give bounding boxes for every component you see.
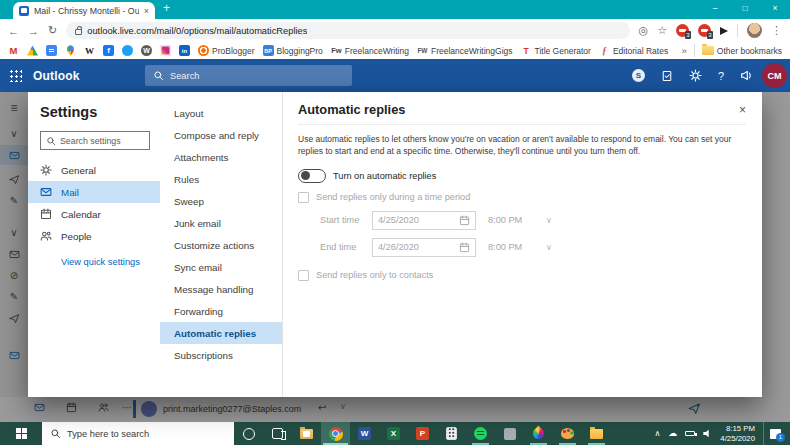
forward-icon[interactable]: → [28,25,39,37]
powerpoint-taskbar-button[interactable]: P [408,422,437,445]
send-to-device-icon[interactable]: ◎ [639,24,649,37]
bookmark-wordpress[interactable]: W [141,45,152,56]
start-time-value[interactable]: 8:00 PM [488,215,534,225]
section-message-handling[interactable]: Message handling [160,278,282,300]
contacts-only-checkbox[interactable] [298,270,309,281]
view-quick-settings-link[interactable]: View quick settings [40,257,150,267]
dialog-close-icon[interactable]: × [739,104,746,116]
calendar-picker-icon[interactable] [459,215,470,226]
extension-icon-2[interactable]: 3 [698,24,711,37]
window-close-button[interactable]: × [760,0,790,15]
outlook-logo[interactable]: Outlook [33,69,80,83]
section-customize-actions[interactable]: Customize actions [160,234,282,256]
paint-taskbar-button[interactable] [553,422,582,445]
browser-tab[interactable]: Mail - Chrissy Montelli - Outlook × [13,2,155,19]
bookmark-star-icon[interactable]: ☆ [657,24,667,37]
bookmark-twitter[interactable] [122,45,133,56]
word-taskbar-button[interactable]: W [350,422,379,445]
settings-search-input[interactable] [60,136,144,146]
paint3d-taskbar-button[interactable] [524,422,553,445]
category-calendar[interactable]: Calendar [28,203,160,225]
bookmark-bloggingpro[interactable]: BPBloggingPro [263,45,323,56]
section-junk-email[interactable]: Junk email [160,212,282,234]
cortana-button[interactable] [234,422,263,445]
category-mail[interactable]: Mail [28,181,160,203]
time-period-checkbox[interactable] [298,192,309,203]
calendar-picker-icon[interactable] [459,242,470,253]
browser-menu-icon[interactable]: ⋮ [771,24,782,37]
skype-icon[interactable]: S [632,69,645,82]
photos-taskbar-button[interactable] [495,422,524,445]
back-icon[interactable]: ← [8,25,19,37]
outlook-search-bar[interactable] [145,65,352,86]
settings-search-box[interactable] [40,131,150,150]
section-sync-email[interactable]: Sync email [160,256,282,278]
new-tab-button[interactable]: + [163,1,170,15]
action-center-button[interactable]: 1 [763,422,787,445]
secure-lock-icon[interactable] [75,29,82,35]
bookmark-freelancewriting[interactable]: FwFreelanceWriting [331,45,409,56]
documents-folder-button[interactable] [292,422,321,445]
refresh-icon[interactable]: ↻ [48,24,57,37]
chrome-taskbar-button[interactable] [321,422,350,445]
onedrive-cloud-icon[interactable]: ☁ [668,429,677,438]
help-icon[interactable]: ? [718,70,724,82]
tab-close-icon[interactable]: × [144,6,149,16]
taskbar-search-input[interactable] [67,429,226,439]
bookmark-gmail[interactable]: M [8,45,19,56]
section-forwarding[interactable]: Forwarding [160,300,282,322]
battery-icon[interactable] [685,431,695,436]
bookmark-facebook[interactable]: f [103,45,114,56]
excel-taskbar-button[interactable]: X [379,422,408,445]
bookmark-editorial-rates[interactable]: ƒEditorial Rates [599,45,668,56]
account-avatar[interactable]: CM [762,63,787,88]
bookmark-docs[interactable] [46,45,57,56]
chevron-down-icon[interactable]: ∨ [546,243,552,252]
bookmarks-overflow-icon[interactable]: » [682,45,687,56]
end-time-value[interactable]: 8:00 PM [488,242,534,252]
settings-gear-icon[interactable] [689,69,702,82]
spotify-taskbar-button[interactable] [466,422,495,445]
end-date-input[interactable] [378,242,459,252]
category-general[interactable]: General [28,159,160,181]
tray-chevron-up-icon[interactable]: ∧ [654,430,660,438]
taskbar-clock[interactable]: 8:15 PM 4/25/2020 [720,424,755,443]
whats-new-icon[interactable] [661,70,673,82]
bookmark-problogger[interactable]: ProBlogger [198,45,255,56]
bookmark-drive[interactable] [27,45,38,56]
bookmark-instagram[interactable] [160,45,171,56]
other-bookmarks-button[interactable]: Other bookmarks [702,46,782,56]
category-people[interactable]: People [28,225,160,247]
window-minimize-button[interactable]: – [700,0,730,15]
bookmark-freelancewritinggigs[interactable]: FWFreelanceWritingGigs [417,45,513,56]
section-sweep[interactable]: Sweep [160,190,282,212]
section-subscriptions[interactable]: Subscriptions [160,344,282,366]
calculator-taskbar-button[interactable] [437,422,466,445]
bookmark-title-generator[interactable]: TTitle Generator [521,45,591,56]
end-date-input-box[interactable] [372,238,476,257]
extension-icon-1[interactable]: 3 [676,24,689,37]
section-attachments[interactable]: Attachments [160,146,282,168]
bookmark-maps[interactable] [65,45,76,56]
app-launcher-icon[interactable] [9,69,22,82]
section-layout[interactable]: Layout [160,102,282,124]
address-bar[interactable]: outlook.live.com/mail/0/options/mail/aut… [66,22,629,39]
taskbar-search-box[interactable] [42,422,234,445]
file-explorer-taskbar-button[interactable] [582,422,611,445]
bookmark-linkedin[interactable]: in [179,45,190,56]
bookmark-wikipedia[interactable]: W [84,45,95,56]
profile-avatar[interactable] [747,23,762,38]
chevron-down-icon[interactable]: ∨ [546,216,552,225]
speaker-icon[interactable] [703,429,712,438]
feedback-megaphone-icon[interactable] [740,69,753,82]
section-automatic-replies[interactable]: Automatic replies [160,322,282,344]
outlook-search-input[interactable] [170,71,344,81]
start-button[interactable] [0,422,42,445]
shortcut-arrow-icon[interactable] [720,27,728,35]
section-rules[interactable]: Rules [160,168,282,190]
window-maximize-button[interactable]: □ [730,0,760,15]
start-date-input-box[interactable] [372,211,476,230]
start-date-input[interactable] [378,215,459,225]
section-compose-and-reply[interactable]: Compose and reply [160,124,282,146]
automatic-replies-toggle[interactable] [298,169,326,183]
